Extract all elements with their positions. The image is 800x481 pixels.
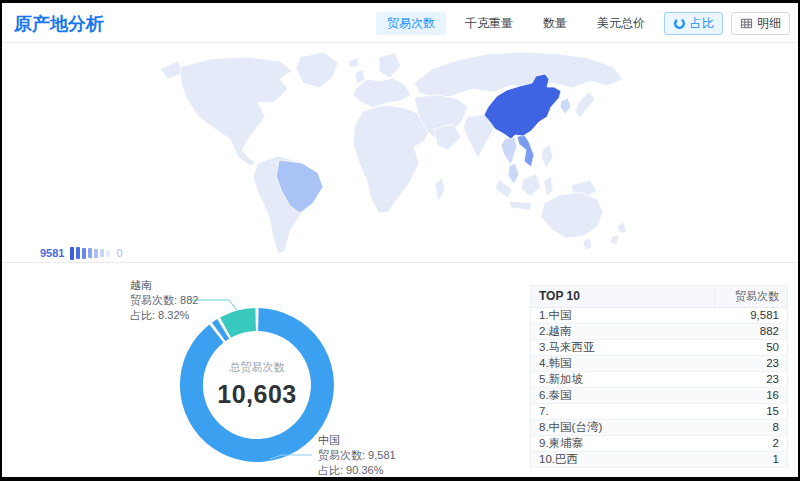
map-region-java — [509, 201, 532, 210]
country-cell: 3.马来西亚 — [531, 340, 715, 355]
map-region-europe — [353, 78, 411, 108]
map-country-malaysia[interactable] — [508, 163, 519, 184]
value-cell: 2 — [715, 436, 787, 451]
header: 原产地分析 贸易次数 千克重量 数量 美元总价 占比 明细 — [2, 3, 798, 43]
page-title: 原产地分析 — [14, 12, 104, 36]
table-row[interactable]: 8.中国(台湾)8 — [531, 420, 787, 436]
country-cell: 5.新加坡 — [531, 372, 715, 387]
callout-vietnam-pct: 占比: 8.32% — [130, 309, 190, 321]
donut-center-label: 总贸易次数 — [229, 361, 285, 373]
metric-button-quantity[interactable]: 数量 — [532, 12, 578, 35]
map-region-tasmania — [583, 238, 592, 250]
map-region-arabia — [434, 124, 461, 150]
value-cell: 23 — [715, 372, 787, 387]
legend-max-value: 9581 — [40, 247, 64, 259]
top10-table-body: 1.中国9,5812.越南8823.马来西亚504.韩国235.新加坡236.泰… — [531, 308, 787, 468]
map-region-scandinavia — [379, 53, 401, 78]
value-cell: 23 — [715, 356, 787, 371]
donut-chart-icon — [673, 17, 686, 30]
legend-bar — [94, 249, 98, 258]
map-region-sumatra — [495, 180, 512, 198]
table-header-row: TOP 10 贸易次数 — [531, 286, 787, 308]
map-region-madagascar — [435, 177, 445, 202]
value-cell: 50 — [715, 340, 787, 355]
map-region-north-america — [180, 57, 292, 166]
map-region-japan — [575, 92, 595, 118]
value-cell: 8 — [715, 420, 787, 435]
table-row[interactable]: 7.15 — [531, 404, 787, 420]
table-header-trade-count: 贸易次数 — [715, 286, 787, 307]
country-cell: 1.中国 — [531, 308, 715, 323]
legend-bar — [100, 249, 104, 257]
toolbar: 贸易次数 千克重量 数量 美元总价 占比 明细 — [376, 12, 790, 35]
table-row[interactable]: 2.越南882 — [531, 324, 787, 340]
country-cell: 4.韩国 — [531, 356, 715, 371]
legend-bar — [82, 248, 86, 259]
value-cell: 15 — [715, 404, 787, 419]
map-region-greenland — [296, 52, 338, 88]
value-cell: 882 — [715, 324, 787, 339]
country-cell: 8.中国(台湾) — [531, 420, 715, 435]
map-country-korea[interactable] — [560, 98, 571, 114]
map-legend: 9581 0 — [40, 245, 123, 261]
metric-button-usd-total[interactable]: 美元总价 — [586, 12, 656, 35]
country-cell: 9.柬埔寨 — [531, 436, 715, 451]
map-region-sulawesi — [544, 176, 553, 196]
value-cell: 1 — [715, 452, 787, 467]
map-region-new-zealand — [610, 222, 626, 245]
donut-center-value: 10,603 — [217, 380, 296, 408]
metric-button-kg-weight[interactable]: 千克重量 — [454, 12, 524, 35]
top10-table: TOP 10 贸易次数 1.中国9,5812.越南8823.马来西亚504.韩国… — [530, 285, 788, 468]
legend-bar — [88, 248, 92, 258]
map-region-australia — [541, 192, 603, 238]
table-row[interactable]: 9.柬埔寨2 — [531, 436, 787, 452]
callout-vietnam-title: 越南 — [130, 279, 152, 291]
legend-bar — [106, 250, 110, 257]
country-cell: 7. — [531, 404, 715, 419]
callout-china-value: 贸易次数: 9,581 — [318, 449, 396, 461]
table-row[interactable]: 4.韩国23 — [531, 356, 787, 372]
country-cell: 10.巴西 — [531, 452, 715, 467]
legend-bar — [76, 247, 80, 259]
map-region-borneo — [521, 174, 541, 196]
country-cell: 2.越南 — [531, 324, 715, 339]
callout-china-pct: 占比: 90.36% — [318, 464, 384, 476]
value-cell: 9,581 — [715, 308, 787, 323]
callout-vietnam-value: 贸易次数: 882 — [130, 294, 198, 306]
table-row[interactable]: 3.马来西亚50 — [531, 340, 787, 356]
world-map — [152, 45, 652, 260]
table-row[interactable]: 6.泰国16 — [531, 388, 787, 404]
map-country-vietnam[interactable] — [517, 134, 534, 167]
table-icon — [740, 17, 753, 30]
legend-bar — [70, 247, 74, 260]
table-header-top10: TOP 10 — [531, 286, 715, 307]
map-region-iceland — [348, 58, 359, 68]
view-button-ratio[interactable]: 占比 — [664, 12, 723, 35]
table-row[interactable]: 1.中国9,581 — [531, 308, 787, 324]
map-region-philippines — [541, 144, 553, 168]
table-row[interactable]: 10.巴西1 — [531, 452, 787, 468]
donut-chart: 总贸易次数 10,603 越南 贸易次数: 882 占比: 8.32% 中国 贸… — [2, 263, 526, 477]
metric-button-trade-count[interactable]: 贸易次数 — [376, 12, 446, 35]
bottom-section: 总贸易次数 10,603 越南 贸易次数: 882 占比: 8.32% 中国 贸… — [2, 263, 798, 477]
table-row[interactable]: 5.新加坡23 — [531, 372, 787, 388]
value-cell: 16 — [715, 388, 787, 403]
view-button-detail[interactable]: 明细 — [731, 12, 790, 35]
map-region-africa — [353, 105, 431, 213]
world-map-section: 9581 0 — [2, 43, 798, 263]
legend-min-value: 0 — [116, 247, 122, 259]
origin-analysis-panel: 原产地分析 贸易次数 千克重量 数量 美元总价 占比 明细 — [2, 3, 798, 477]
country-cell: 6.泰国 — [531, 388, 715, 403]
map-country-thailand[interactable] — [501, 136, 517, 165]
legend-bars — [70, 247, 110, 260]
callout-china-title: 中国 — [318, 434, 340, 446]
